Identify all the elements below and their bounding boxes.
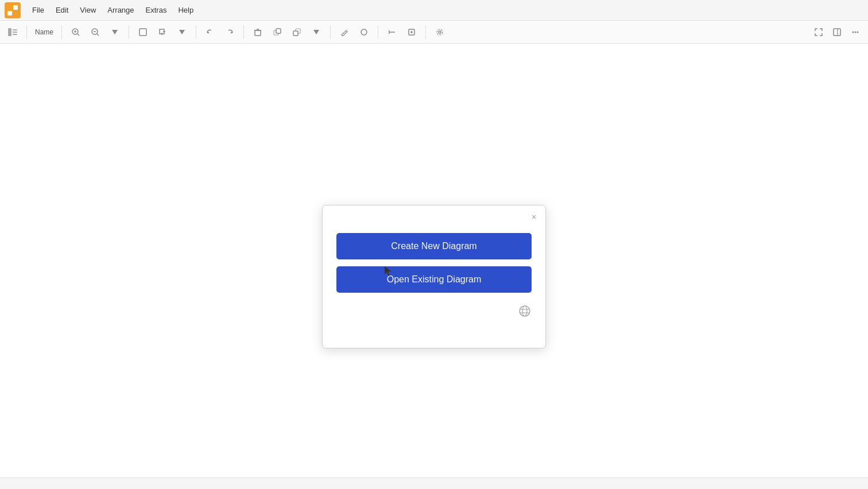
toolbar-reset-view[interactable] [154, 24, 170, 40]
svg-point-27 [361, 29, 367, 35]
toolbar-fullscreen[interactable] [811, 24, 827, 40]
toolbar-format-panel[interactable] [829, 24, 845, 40]
toolbar-sep-8 [425, 25, 426, 39]
toolbar-sep-1 [26, 25, 27, 39]
svg-rect-0 [8, 28, 11, 36]
toolbar-shapes[interactable] [356, 24, 372, 40]
menu-view[interactable]: View [75, 3, 100, 17]
svg-rect-25 [293, 31, 298, 36]
svg-line-7 [78, 34, 79, 36]
menu-bar: File Edit View Arrange Extras Help [0, 0, 868, 21]
toolbar-fit-page[interactable] [135, 24, 151, 40]
toolbar-sep-4 [196, 25, 196, 39]
dialog-close-button[interactable]: × [528, 211, 540, 223]
toolbar-sep-7 [378, 25, 378, 39]
svg-line-10 [97, 34, 99, 36]
toolbar: Name [0, 21, 868, 44]
menu-arrange[interactable]: Arrange [103, 3, 138, 17]
toolbar-to-front[interactable] [269, 24, 285, 40]
svg-point-37 [852, 31, 854, 33]
svg-point-33 [439, 31, 441, 33]
create-new-diagram-button[interactable]: Create New Diagram [336, 233, 532, 259]
svg-point-41 [522, 306, 527, 316]
menu-extras[interactable]: Extras [141, 3, 172, 17]
modal-overlay: × Create New Diagram Open Existing Diagr… [0, 87, 868, 466]
toolbar-delete[interactable] [250, 24, 266, 40]
svg-rect-19 [255, 30, 261, 36]
svg-marker-16 [179, 30, 185, 34]
toolbar-sep-3 [129, 25, 129, 39]
svg-rect-2 [13, 32, 17, 33]
toolbar-waypoint[interactable] [384, 24, 400, 40]
toolbar-sep-2 [61, 25, 62, 39]
svg-rect-35 [834, 29, 840, 36]
svg-rect-1 [13, 29, 17, 30]
svg-marker-26 [313, 30, 319, 34]
toolbar-sep-5 [243, 25, 244, 39]
dialog-footer [336, 304, 532, 318]
toolbar-zoom-dropdown[interactable] [107, 24, 123, 40]
svg-point-34 [437, 29, 443, 35]
toolbar-settings[interactable] [432, 24, 448, 40]
menu-help[interactable]: Help [173, 3, 198, 17]
toolbar-zoom-out[interactable] [87, 24, 103, 40]
app-logo [5, 2, 21, 18]
menu-edit[interactable]: Edit [51, 3, 73, 17]
toolbar-more[interactable] [847, 24, 863, 40]
toolbar-pencil[interactable] [336, 24, 352, 40]
menu-file[interactable]: File [28, 3, 49, 17]
language-globe-icon[interactable] [518, 304, 532, 318]
toolbar-sep-6 [330, 25, 331, 39]
toolbar-to-back[interactable] [289, 24, 305, 40]
canvas-area: × Create New Diagram Open Existing Diagr… [0, 44, 868, 478]
status-bar [0, 478, 868, 489]
toolbar-zoom-in[interactable] [68, 24, 84, 40]
toolbar-redo[interactable] [222, 24, 238, 40]
svg-point-39 [857, 31, 859, 33]
svg-rect-12 [140, 29, 146, 36]
svg-rect-23 [276, 29, 281, 33]
toolbar-undo[interactable] [202, 24, 218, 40]
svg-point-38 [855, 31, 857, 33]
open-existing-diagram-button[interactable]: Open Existing Diagram [336, 266, 532, 293]
toolbar-sidebar-toggle[interactable] [5, 24, 21, 40]
toolbar-dropdown-3[interactable] [308, 24, 324, 40]
toolbar-group-nav [5, 24, 21, 40]
toolbar-name-label: Name [33, 28, 56, 36]
svg-rect-3 [13, 34, 17, 35]
toolbar-dropdown-2[interactable] [174, 24, 190, 40]
svg-marker-11 [112, 30, 118, 34]
dialog: × Create New Diagram Open Existing Diagr… [322, 205, 546, 348]
toolbar-add-page[interactable] [404, 24, 420, 40]
